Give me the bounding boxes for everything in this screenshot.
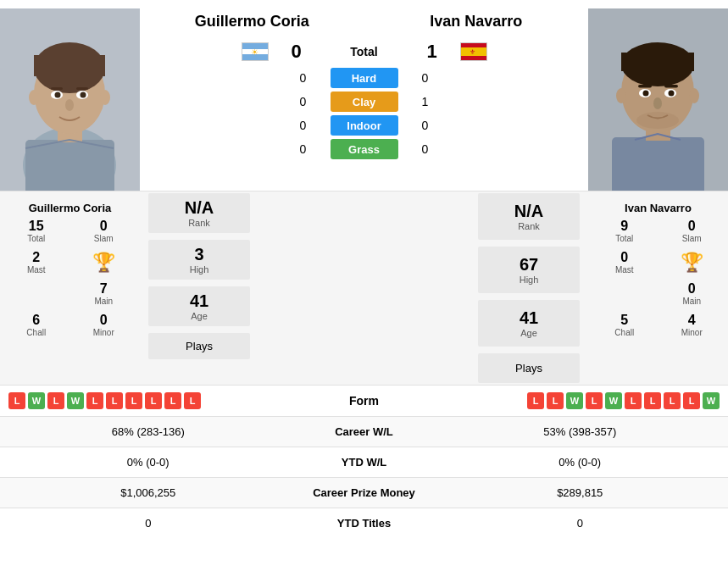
form-badge-left: L (164, 392, 181, 409)
flag-spain (460, 42, 487, 61)
surface-row-hard: 0 Hard 0 (140, 66, 588, 90)
left-stat-chall: 6 Chall (3, 310, 69, 340)
hard-score-right: 0 (408, 71, 442, 85)
form-badge-right: L (625, 392, 642, 409)
player-name-left: Guillermo Coria (140, 13, 364, 31)
right-rank-box: N/A Rank (478, 193, 580, 240)
right-stat-chall: 5 Chall (592, 310, 658, 340)
right-stat-minor: 4 Minor (659, 310, 725, 340)
right-total-score: 1 (415, 41, 449, 63)
career-wl-row: 68% (283-136) Career W/L 53% (398-357) (0, 416, 728, 447)
clay-score-left: 0 (286, 95, 320, 108)
ytd-titles-row: 0 YTD Titles 0 (0, 508, 728, 538)
svg-rect-17 (612, 137, 704, 191)
form-badge-left: W (28, 392, 45, 409)
hard-score-left: 0 (286, 71, 320, 85)
svg-point-31 (636, 112, 679, 129)
player-info-left: Guillermo Coria 15 Total 0 Slam 2 Mast 🏆 (0, 191, 140, 385)
form-badge-right: L (527, 392, 544, 409)
form-badge-right: L (547, 392, 564, 409)
main-container: Guillermo Coria Ivan Navarro 0 Total 1 (0, 0, 728, 538)
svg-rect-26 (638, 85, 652, 88)
left-stat-minor: 0 Minor (71, 310, 137, 340)
surface-rows: 0 Hard 0 0 Clay 1 0 Indoor 0 0 Grass (140, 66, 588, 161)
svg-rect-12 (76, 87, 88, 90)
ytd-wl-row: 0% (0-0) YTD W/L 0% (0-0) (0, 447, 728, 477)
form-badge-left: L (47, 392, 64, 409)
svg-point-29 (616, 88, 626, 103)
form-badge-right: L (644, 392, 661, 409)
player-photo-left (0, 8, 140, 191)
ytd-wl-right: 0% (0-0) (432, 447, 729, 477)
left-trophy: 🏆 (71, 247, 137, 277)
career-wl-label: Career W/L (297, 417, 432, 447)
middle-spacer (258, 191, 470, 385)
svg-point-13 (65, 99, 74, 111)
left-plays-box: Plays (148, 333, 250, 359)
ytd-wl-left: 0% (0-0) (0, 447, 297, 477)
form-badge-left: L (125, 392, 142, 409)
right-center-stats: N/A Rank 67 High 41 Age Plays (470, 191, 588, 385)
player-photo-right (588, 8, 728, 191)
career-wl-left: 68% (283-136) (0, 417, 297, 447)
indoor-score-right: 0 (408, 119, 442, 132)
svg-point-10 (81, 92, 86, 98)
form-section: LWLWLLLLLL Form LLWLWLLLLW (0, 385, 728, 416)
left-player-name-stats: Guillermo Coria (3, 198, 136, 216)
trophy-icon-right: 🏆 (681, 252, 703, 274)
svg-point-28 (653, 97, 662, 109)
flag-argentina (242, 42, 269, 61)
prize-left: $1,006,255 (0, 478, 297, 508)
svg-point-30 (689, 88, 699, 103)
surface-row-grass: 0 Grass 0 (140, 137, 588, 161)
svg-point-24 (643, 91, 649, 97)
indoor-score-left: 0 (286, 119, 320, 132)
form-badge-right: L (586, 392, 603, 409)
form-badge-right: L (683, 392, 700, 409)
right-stat-slam: 0 Slam (659, 216, 725, 246)
prize-right: $289,815 (432, 478, 729, 508)
svg-point-15 (100, 90, 110, 105)
player-name-right: Ivan Navarro (364, 13, 589, 31)
player-names-row: Guillermo Coria Ivan Navarro (140, 8, 588, 37)
svg-rect-27 (664, 85, 678, 88)
player-stats-section: Guillermo Coria 15 Total 0 Slam 2 Mast 🏆 (0, 191, 728, 385)
ytd-wl-label: YTD W/L (297, 447, 432, 477)
left-stat-main: 7 Main (71, 279, 137, 308)
left-rank-box: N/A Rank (148, 193, 250, 233)
prize-label: Career Prize Money (297, 478, 432, 508)
form-label: Form (314, 394, 415, 408)
career-wl-right: 53% (398-357) (432, 417, 729, 447)
clay-score-right: 1 (408, 95, 442, 108)
surface-row-clay: 0 Clay 1 (140, 90, 588, 114)
form-badge-left: L (106, 392, 123, 409)
total-score-row: 0 Total 1 (140, 37, 588, 66)
right-player-name-stats: Ivan Navarro (592, 198, 725, 216)
right-plays-box: Plays (478, 353, 580, 383)
right-age-box: 41 Age (478, 300, 580, 347)
left-stat-mast: 2 Mast (3, 247, 69, 277)
svg-rect-6 (34, 55, 105, 76)
player-info-right: Ivan Navarro 9 Total 0 Slam 0 Mast 🏆 (588, 191, 728, 385)
form-badge-right: L (664, 392, 681, 409)
left-age-box: 41 Age (148, 286, 250, 326)
hard-badge: Hard (331, 68, 398, 88)
left-stat-total: 15 Total (3, 216, 69, 246)
ytd-titles-left: 0 (0, 508, 297, 538)
ytd-titles-label: YTD Titles (297, 508, 432, 538)
indoor-badge: Indoor (331, 115, 398, 136)
grass-score-left: 0 (286, 142, 320, 156)
ytd-titles-right: 0 (432, 508, 729, 538)
svg-rect-2 (25, 140, 114, 191)
left-flag-score: 0 (165, 41, 314, 63)
right-stat-grid: 9 Total 0 Slam 0 Mast 🏆 0 Main (592, 216, 725, 340)
form-badge-right: W (605, 392, 622, 409)
svg-point-9 (55, 92, 61, 98)
center-content: Guillermo Coria Ivan Navarro 0 Total 1 (140, 8, 588, 191)
form-badge-left: L (86, 392, 103, 409)
form-badge-left: W (67, 392, 84, 409)
surface-row-indoor: 0 Indoor 0 (140, 114, 588, 137)
right-flag-score: 1 (415, 41, 564, 63)
form-badge-left: L (8, 392, 25, 409)
form-badges-left: LWLWLLLLLL (8, 392, 314, 409)
